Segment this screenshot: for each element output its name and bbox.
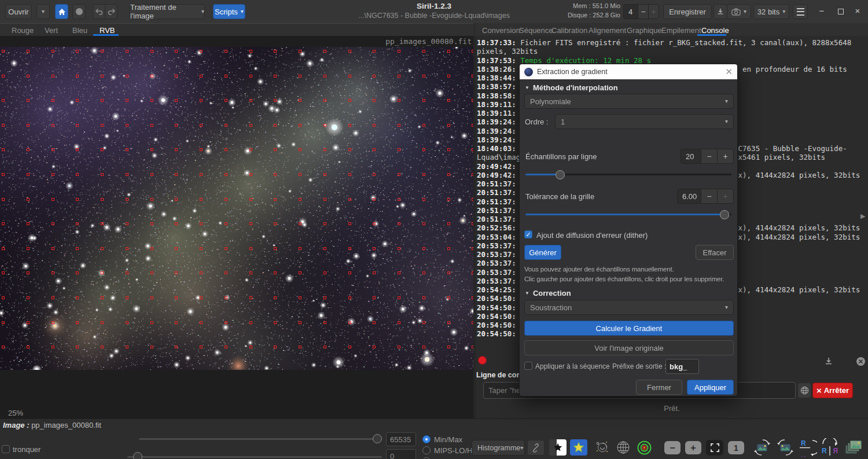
samples-minus-button[interactable]: − bbox=[701, 149, 718, 164]
compute-gradient-button[interactable]: Calculer le Gradient bbox=[524, 321, 734, 336]
scripts-menu-button[interactable]: Scripts▾ bbox=[213, 4, 245, 19]
rotate-left-button[interactable] bbox=[752, 438, 772, 457]
tab-calibration[interactable]: Calibration bbox=[551, 26, 587, 35]
tab-rouge[interactable]: Rouge bbox=[12, 26, 34, 35]
lo-value-input[interactable] bbox=[386, 449, 416, 459]
export-log-button[interactable] bbox=[822, 354, 836, 368]
tab-graphique[interactable]: Graphique bbox=[627, 26, 662, 35]
gradient-sample-marker bbox=[200, 222, 203, 225]
flip-horizontal-button[interactable]: R R bbox=[821, 438, 839, 457]
gradient-sample-marker bbox=[2, 99, 5, 102]
zoom-out-button[interactable]: − bbox=[664, 441, 681, 454]
correction-section-header[interactable]: ▼Correction bbox=[525, 289, 571, 298]
snapshot-button[interactable]: ▾ bbox=[727, 4, 751, 19]
link-channels-button[interactable] bbox=[527, 440, 545, 456]
sequence-frames-button[interactable] bbox=[844, 438, 865, 457]
output-prefix-input[interactable] bbox=[665, 359, 699, 374]
quick-save-button[interactable] bbox=[713, 4, 727, 19]
generate-samples-button[interactable]: Générer bbox=[524, 245, 561, 260]
zoom-one-button[interactable]: 1 bbox=[728, 441, 744, 454]
lo-cut-slider-track[interactable] bbox=[127, 456, 382, 458]
dither-checkbox[interactable]: ✓ bbox=[524, 230, 532, 238]
zoom-in-button[interactable]: + bbox=[685, 441, 701, 454]
undo-button[interactable] bbox=[93, 4, 105, 19]
gradient-sample-marker bbox=[249, 198, 252, 201]
apply-dialog-button[interactable]: Appliquer bbox=[687, 380, 734, 395]
tolerance-plus-button[interactable]: + bbox=[717, 189, 734, 204]
tolerance-value[interactable]: 6.00 bbox=[677, 189, 701, 204]
gradient-sample-marker bbox=[150, 173, 153, 176]
gradient-sample-marker bbox=[323, 346, 326, 348]
truncate-checkbox[interactable] bbox=[2, 445, 10, 453]
mips-radio[interactable] bbox=[422, 446, 431, 454]
restore-button[interactable] bbox=[834, 5, 848, 19]
image-viewport[interactable]: pp_images_00080.fit 25% bbox=[0, 36, 473, 418]
gradient-sample-marker bbox=[101, 346, 104, 348]
tab-empilement[interactable]: Empilement bbox=[661, 26, 701, 35]
dialog-close-icon[interactable]: ✕ bbox=[725, 67, 733, 77]
minmax-radio[interactable] bbox=[422, 435, 431, 443]
hi-cut-slider-track[interactable] bbox=[139, 438, 382, 440]
annotations-button[interactable] bbox=[615, 439, 632, 456]
tab-bleu[interactable]: Bleu bbox=[72, 26, 87, 35]
flip-vertical-button[interactable]: R R bbox=[799, 438, 817, 457]
astrometry-button[interactable] bbox=[594, 439, 611, 456]
thread-count-value[interactable]: 4 bbox=[623, 4, 638, 19]
home-button[interactable] bbox=[55, 4, 68, 19]
interpolation-dropdown[interactable]: Polynomiale▾ bbox=[524, 94, 734, 109]
close-dialog-button[interactable]: Fermer bbox=[636, 380, 682, 395]
dialog-titlebar[interactable]: Extraction de gradient ✕ bbox=[520, 64, 737, 79]
triangle-down-icon: ▼ bbox=[525, 85, 529, 90]
gradient-sample-marker bbox=[323, 124, 326, 127]
open-dropdown-button[interactable]: ▾ bbox=[36, 4, 50, 19]
apply-sequence-checkbox[interactable] bbox=[524, 362, 532, 370]
redo-button[interactable] bbox=[105, 4, 117, 19]
photometry-button[interactable] bbox=[635, 439, 653, 456]
record-button[interactable] bbox=[72, 4, 86, 19]
tab-sequence[interactable]: Séquence bbox=[519, 26, 553, 35]
thread-minus-button[interactable]: − bbox=[638, 4, 649, 19]
hamburger-menu-button[interactable] bbox=[793, 4, 808, 19]
tab-rvb[interactable]: RVB bbox=[100, 26, 115, 35]
correction-dropdown[interactable]: Soustraction▾ bbox=[524, 300, 734, 315]
gradient-sample-grid[interactable] bbox=[0, 47, 473, 370]
lo-cut-slider-handle[interactable] bbox=[133, 452, 142, 459]
minimize-button[interactable]: − bbox=[815, 5, 829, 19]
hi-cut-slider-handle[interactable] bbox=[373, 434, 382, 443]
hi-value-input[interactable] bbox=[386, 432, 416, 446]
save-button[interactable]: Enregistrer bbox=[663, 4, 712, 19]
interpolation-section-header[interactable]: ▼Méthode d'interpolation bbox=[525, 83, 618, 92]
bit-depth-button[interactable]: 32 bits▾ bbox=[753, 4, 789, 19]
samples-slider-handle[interactable] bbox=[556, 170, 565, 179]
stop-button[interactable]: × Arrêter bbox=[812, 383, 853, 398]
command-help-button[interactable] bbox=[797, 383, 811, 398]
star-rendering-button[interactable] bbox=[570, 439, 587, 456]
display-mode-dropdown[interactable]: Histogramme▾ bbox=[472, 440, 525, 456]
gradient-sample-marker bbox=[299, 124, 301, 127]
rotate-right-button[interactable] bbox=[775, 438, 795, 457]
gradient-sample-marker bbox=[299, 247, 301, 250]
clear-log-button[interactable] bbox=[854, 355, 867, 368]
gradient-sample-marker bbox=[447, 247, 450, 250]
tab-alignement[interactable]: Alignement bbox=[589, 26, 626, 35]
negative-view-button[interactable] bbox=[549, 439, 567, 456]
tab-console[interactable]: Console bbox=[701, 26, 729, 35]
gradient-sample-marker bbox=[175, 222, 178, 225]
samples-plus-button[interactable]: + bbox=[717, 149, 734, 164]
tolerance-slider-handle[interactable] bbox=[720, 210, 729, 219]
image-processing-menu-button[interactable]: Traitement de l'image▾ bbox=[130, 4, 205, 19]
gradient-sample-marker bbox=[200, 99, 203, 102]
tab-conversion[interactable]: Conversion bbox=[482, 26, 520, 35]
tab-vert[interactable]: Vert bbox=[45, 26, 58, 35]
zoom-fit-button[interactable] bbox=[706, 440, 723, 456]
close-window-button[interactable]: × bbox=[851, 5, 865, 19]
thread-plus-button[interactable]: + bbox=[648, 4, 659, 19]
order-dropdown[interactable]: 1▾ bbox=[555, 114, 734, 129]
open-button[interactable]: Ouvrir bbox=[5, 4, 32, 19]
panel-expander-arrow[interactable]: ▶ bbox=[860, 212, 865, 220]
gradient-sample-marker bbox=[299, 198, 301, 201]
view-original-button[interactable]: Voir l'image originale bbox=[524, 340, 734, 355]
tolerance-minus-button[interactable]: − bbox=[701, 189, 718, 204]
clear-samples-button[interactable]: Effacer bbox=[696, 245, 734, 260]
samples-value[interactable]: 20 bbox=[681, 149, 701, 164]
